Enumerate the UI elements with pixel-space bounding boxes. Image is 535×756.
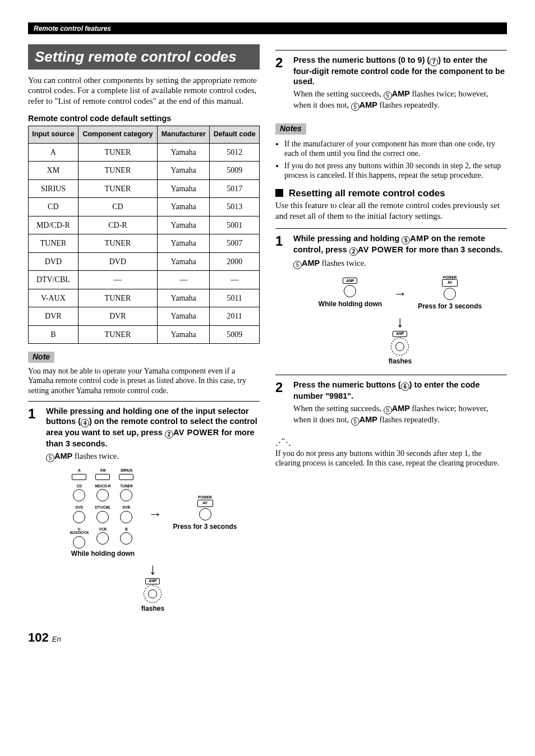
amp-flash-diagram: AMP flashes (141, 578, 164, 613)
table-row: DVDDVDYamaha2000 (29, 252, 260, 271)
section-title: Setting remote control codes (28, 44, 260, 70)
circled-7-icon: 7 (430, 58, 438, 66)
arrow-right-icon: → (148, 507, 162, 520)
left-diagram-row-2: AMP flashes (46, 578, 260, 613)
table-cell: CD (29, 198, 79, 216)
power-label: POWER (198, 496, 212, 500)
selector-grid: AXMSIRIUSCDMD/CD-RTUNERDVDDTV/CBLDVRV-AU… (68, 469, 137, 558)
step-lead: Press the numeric buttons (0 to 9) (7) t… (293, 55, 507, 86)
table-cell: Yamaha (158, 143, 210, 162)
amp-button-icon: AMP (145, 578, 160, 584)
amp-text: AMP (149, 579, 156, 583)
flash-circle-icon (144, 585, 162, 603)
right-step-2: 2 Press the numeric buttons (0 to 9) (7)… (275, 50, 507, 116)
selector-rect-icon (119, 474, 133, 480)
circled-5-icon: 5 (351, 417, 359, 426)
selector-label: SIRIUS (121, 469, 133, 473)
note-label: Note (28, 352, 54, 363)
flashes-caption: flashes (389, 357, 412, 366)
tip-text: If you do not press any buttons within 3… (275, 449, 507, 468)
step-number: 2 (275, 380, 293, 430)
table-cell: TUNER (78, 143, 157, 162)
table-cell: 5013 (210, 198, 260, 216)
selector-circle-icon (73, 536, 85, 548)
table-cell: 5007 (210, 234, 260, 253)
amp-hold-diagram: AMP While holding down (319, 278, 382, 308)
selector-cell: MD/CD-R (95, 485, 110, 502)
amp-strong-label: AMP (410, 234, 429, 243)
table-row: SIRIUSTUNERYamaha5017 (29, 179, 260, 198)
step-number: 1 (275, 233, 293, 370)
left-column: Setting remote control codes You can con… (28, 44, 260, 616)
left-step-1: 1 While pressing and holding one of the … (28, 401, 260, 616)
selector-label: DTV/CBL (95, 506, 110, 510)
left-diagram-row-1: AXMSIRIUSCDMD/CD-RTUNERDVDDTV/CBLDVRV-AU… (46, 469, 260, 558)
step-lead: While pressing and holding one of the in… (46, 406, 260, 449)
circled-5-icon: 5 (402, 236, 410, 245)
selector-label: TUNER (120, 485, 132, 488)
av-button-icon: AV (442, 279, 458, 287)
av-text: AV (448, 281, 453, 285)
circled-5-icon: 5 (384, 91, 392, 100)
press-caption: Press for 3 seconds (418, 302, 482, 311)
selector-circle-icon (96, 511, 109, 523)
table-cell: Yamaha (158, 252, 210, 271)
amp-button-icon: AMP (343, 278, 357, 284)
table-cell: Yamaha (158, 179, 210, 198)
inner-circle-icon (395, 342, 404, 351)
amp-label: AMP (54, 451, 72, 460)
notes-label: Notes (275, 123, 306, 135)
table-cell: B (29, 325, 79, 344)
circled-4-icon: 4 (81, 419, 89, 427)
notes-list: If the manufacturer of your component ha… (275, 139, 507, 181)
table-cell: DTV/CBL (29, 271, 79, 289)
tip-icon: ⋰⋱ (275, 437, 507, 448)
reset-diagram-row-1: AMP While holding down → POWER AV Press … (293, 276, 507, 311)
section-title-text: Setting remote control codes (35, 48, 237, 65)
inner-circle-icon (148, 589, 157, 598)
selector-circle-icon (73, 489, 85, 501)
t: Press the numeric buttons ( (293, 380, 401, 389)
amp-label: AMP (392, 404, 410, 413)
reset-step-1: 1 While pressing and holding 5AMP on the… (275, 228, 507, 370)
step-number: 2 (275, 55, 293, 116)
table-row: XMTUNERYamaha5009 (29, 162, 260, 180)
selector-circle-icon (73, 511, 85, 523)
table-cell: DVD (78, 252, 157, 271)
amp-label: AMP (359, 415, 377, 424)
hold-caption: While holding down (319, 300, 382, 308)
av-power-label: AV POWER (358, 245, 404, 254)
amp-text: AMP (396, 332, 404, 336)
table-cell: A (29, 143, 79, 162)
selector-cell: XM (95, 469, 110, 480)
circled-2-icon: 2 (349, 247, 358, 256)
selector-label: V-AUX/DOCK (68, 528, 90, 535)
t: flashes repeatedly. (377, 100, 440, 109)
intro-paragraph: You can control other components by sett… (28, 75, 260, 107)
reset-diagram-row-2: AMP flashes (293, 331, 507, 366)
amp-flash-diagram: AMP flashes (389, 331, 412, 366)
t: flashes twice. (72, 451, 119, 460)
av-power-diagram: POWER AV Press for 3 seconds (418, 276, 482, 311)
note-text: You may not be able to operate your Yama… (28, 366, 260, 396)
table-cell: TUNER (78, 179, 157, 198)
press-caption: Press for 3 seconds (173, 523, 237, 531)
table-cell: 5009 (210, 162, 260, 180)
table-row: CDCDYamaha5013 (29, 198, 260, 216)
table-row: DVRDVRYamaha2011 (29, 307, 260, 326)
table-cell: V-AUX (29, 289, 79, 307)
reset-step-2: 2 Press the numeric buttons (6) to enter… (275, 375, 507, 430)
circled-5-icon: 5 (293, 261, 302, 269)
step-number: 1 (28, 406, 46, 616)
th-input-source: Input source (29, 126, 79, 143)
selector-circle-icon (96, 489, 109, 501)
table-row: ATUNERYamaha5012 (29, 143, 260, 162)
button-circle-icon (444, 288, 456, 300)
selector-cell: DVD (73, 506, 85, 523)
codes-table: Input source Component category Manufact… (28, 126, 260, 344)
amp-label: AMP (392, 89, 410, 98)
button-circle-icon (199, 508, 211, 520)
table-cell: Yamaha (158, 307, 210, 326)
t: for more than 3 seconds. (404, 245, 502, 254)
square-bullet-icon (275, 189, 283, 197)
